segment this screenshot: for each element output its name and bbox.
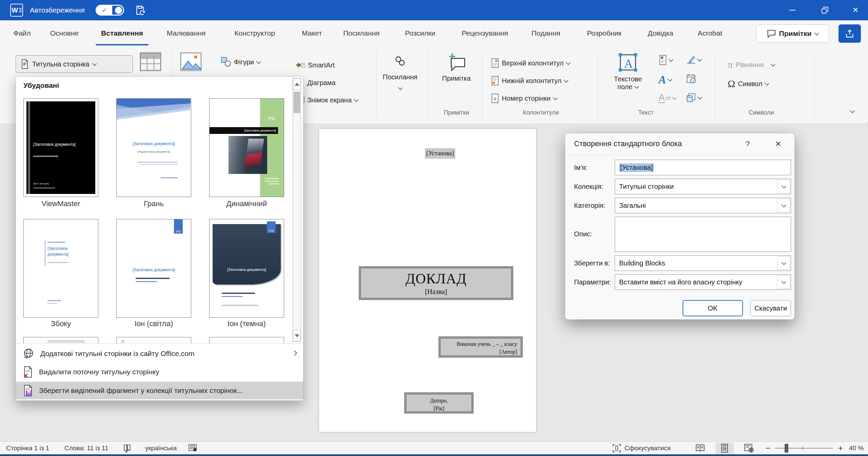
proofing-status[interactable] — [123, 442, 132, 455]
read-mode-button[interactable] — [691, 442, 709, 455]
drop-cap-button[interactable]: A — [658, 93, 676, 103]
document-page[interactable]: [Установа] ДОКЛАД [Назва] Виконав учень … — [319, 129, 536, 432]
gallery-item-dynamic[interactable]: [Рік] [Заголовок документа] — [209, 98, 284, 197]
quick-parts-button[interactable] — [658, 55, 673, 65]
restore-button[interactable] — [812, 0, 837, 20]
menu-item-save-selection[interactable]: Зберегти виділений фрагмент у колекції т… — [16, 382, 303, 399]
chevron-down-icon — [668, 57, 673, 62]
save-sync-icon[interactable] — [135, 5, 146, 16]
wordart-button[interactable]: A — [658, 74, 672, 85]
scroll-down-button[interactable] — [293, 330, 301, 341]
zoom-thumb[interactable] — [785, 444, 788, 453]
tab-acrobat[interactable]: Acrobat — [690, 20, 730, 46]
description-input[interactable] — [615, 217, 791, 252]
name-input[interactable]: [Установа] — [615, 160, 791, 175]
gallery-item-gran[interactable]: [Заголовок документа] [Підзаголовок доку… — [116, 98, 191, 197]
cover-page-button[interactable]: Титульна сторінка — [16, 55, 133, 73]
tab-references[interactable]: Посилання — [334, 20, 389, 46]
gallery-item-label: ViewMaster — [23, 199, 98, 208]
chevron-down-icon — [564, 78, 568, 82]
object-button[interactable] — [686, 93, 702, 102]
gallery-item-partial[interactable] — [23, 337, 98, 343]
tab-insert[interactable]: Вставлення — [94, 20, 151, 46]
comments-button[interactable]: Примітки — [756, 24, 829, 43]
institution-field[interactable]: [Установа] — [425, 148, 455, 159]
gallery-scrollbar[interactable] — [293, 78, 301, 342]
page-indicator[interactable]: Сторінка 1 із 1 — [6, 442, 49, 455]
new-comment-button[interactable]: Примітка — [437, 52, 476, 82]
group-divider — [376, 52, 377, 119]
signature-line-button[interactable] — [686, 55, 701, 64]
autosave-toggle[interactable]: ✓ — [96, 5, 124, 16]
minimize-button[interactable] — [780, 0, 805, 20]
ok-button[interactable]: OK — [683, 300, 743, 316]
title-block[interactable]: ДОКЛАД [Назва] — [359, 266, 513, 300]
tab-draw[interactable]: Малювання — [158, 20, 214, 46]
header-button[interactable]: Верхній колонтитул — [491, 58, 570, 68]
city-year-block[interactable]: Дніпро, [Рік] — [404, 392, 474, 414]
tab-mailings[interactable]: Розсилки — [396, 20, 444, 46]
category-select[interactable]: Загальні — [615, 198, 791, 213]
collapse-ribbon-button[interactable] — [850, 108, 854, 114]
smartart-button[interactable]: SmartArt — [296, 61, 335, 69]
cancel-button[interactable]: Скасувати — [750, 300, 791, 316]
tab-layout[interactable]: Макет — [294, 20, 330, 46]
zoom-level[interactable]: 40 % — [849, 442, 864, 455]
table-button[interactable] — [139, 51, 162, 73]
shapes-button[interactable]: Фігури — [221, 57, 260, 67]
smartart-icon — [296, 61, 305, 69]
scrollbar-thumb[interactable] — [294, 92, 300, 113]
gallery-select[interactable]: Титульні сторінки — [615, 179, 791, 194]
web-layout-button[interactable] — [740, 442, 758, 455]
word-logo-lines — [19, 8, 22, 12]
dropdown-button[interactable] — [777, 256, 790, 270]
language-status[interactable]: українська — [145, 442, 177, 455]
tab-help[interactable]: Довідка — [639, 20, 682, 46]
close-button[interactable]: ✕ — [843, 0, 868, 20]
save-in-select[interactable]: Building Blocks — [615, 255, 791, 271]
print-layout-button[interactable] — [715, 442, 734, 455]
dialog-close-button[interactable]: ✕ — [771, 137, 786, 151]
link-button[interactable]: Посилання — [382, 55, 418, 90]
zoom-out-button[interactable]: − — [766, 442, 770, 455]
scroll-up-button[interactable] — [293, 78, 301, 90]
footer-button[interactable]: Нижній колонтитул — [491, 76, 568, 85]
screenshot-button[interactable]: Знімок екрана — [296, 96, 358, 104]
gallery-item-sideline[interactable]: [Заголовок документа] — [23, 219, 98, 318]
menu-item-more-cover-pages[interactable]: Додаткові титульні сторінки із сайту Off… — [16, 345, 303, 362]
equation-button[interactable]: π Рівняння — [728, 60, 775, 70]
text-box-button[interactable]: A Текстове поле — [606, 52, 650, 91]
gallery-item-ion-light[interactable]: [Рік] [Заголовок документа] — [116, 219, 191, 318]
focus-mode-button[interactable]: Сфокусуватися — [612, 442, 671, 455]
page-number-button[interactable]: # Номер сторінки — [491, 94, 557, 103]
zoom-in-button[interactable]: + — [838, 442, 843, 455]
zoom-slider[interactable] — [775, 442, 833, 455]
pictures-button[interactable] — [179, 52, 203, 72]
tab-view[interactable]: Подання — [524, 20, 568, 46]
share-button[interactable] — [839, 24, 861, 43]
options-select[interactable]: Вставити вміст на його власну сторінку — [615, 274, 791, 290]
dropdown-button[interactable] — [777, 180, 790, 193]
tab-developer[interactable]: Розробник — [577, 20, 631, 46]
gallery-item-partial[interactable] — [209, 337, 284, 343]
word-count[interactable]: Слова: 11 із 11 — [64, 442, 108, 455]
menu-item-remove-cover-page[interactable]: Видалити поточну титульну сторінку — [16, 363, 303, 380]
tab-file[interactable]: Файл — [8, 20, 36, 46]
tab-review[interactable]: Рецензування — [450, 20, 519, 46]
tab-home[interactable]: Основне — [43, 20, 86, 46]
date-time-button[interactable] — [686, 74, 696, 84]
group-divider — [715, 52, 715, 119]
macro-recording[interactable] — [189, 442, 197, 455]
zoom-track[interactable] — [775, 448, 833, 449]
tab-design[interactable]: Конструктор — [224, 20, 285, 46]
author-block[interactable]: Виконав учень _ – _ класу [Автор] — [438, 336, 523, 358]
dropdown-button[interactable] — [777, 275, 790, 289]
dropdown-button[interactable] — [777, 199, 790, 212]
gallery-item-ion-dark[interactable]: [Заголовок документа] [Рік] — [209, 219, 284, 318]
gallery-item-viewmaster[interactable]: [Заголовок документа] [Ім'я автора] — [23, 98, 98, 197]
arrow-down-icon — [295, 334, 299, 337]
gallery-item-partial[interactable] — [116, 337, 191, 343]
dialog-help-button[interactable]: ? — [740, 137, 755, 151]
symbol-button[interactable]: Ω Символ — [728, 79, 769, 89]
toggle-knob[interactable] — [115, 7, 122, 14]
